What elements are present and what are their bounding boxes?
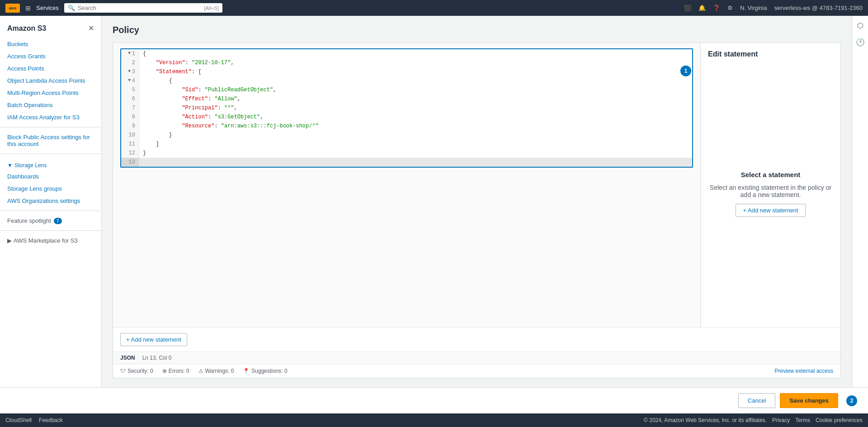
warnings-check: ⚠ Warnings: 0 bbox=[198, 368, 234, 374]
help-icon[interactable]: ❓ bbox=[713, 5, 720, 11]
errors-check: ⊗ Errors: 0 bbox=[162, 368, 189, 374]
code-line-3: ▼3 "Statement": [ bbox=[121, 67, 692, 76]
bottom-bar-right: © 2024, Amazon Web Services, Inc. or its… bbox=[644, 417, 863, 423]
code-line-8: 8 "Action": "s3:GetObject", bbox=[121, 113, 692, 122]
code-line-13: 13 bbox=[121, 158, 692, 167]
sidebar-divider-3 bbox=[0, 211, 101, 211]
policy-body: ▼1 { 2 "Version": "2012-10-17", ▼3 bbox=[113, 43, 840, 327]
terminal-icon[interactable]: ⬛ bbox=[684, 5, 691, 11]
side-panel-icon-1[interactable]: ⬡ bbox=[855, 19, 865, 32]
right-side-icons: ⬡ 🕐 bbox=[852, 16, 868, 387]
sidebar-item-object-lambda[interactable]: Object Lambda Access Points bbox=[0, 75, 101, 87]
sidebar-item-aws-org-settings[interactable]: AWS Organizations settings bbox=[0, 195, 101, 207]
privacy-link[interactable]: Privacy bbox=[772, 417, 790, 423]
select-statement-heading: Select a statement bbox=[741, 171, 801, 178]
edit-statement-title: Edit statement bbox=[708, 50, 833, 58]
suggestions-check: 📍 Suggestions: 0 bbox=[243, 368, 287, 374]
sidebar-item-multi-region[interactable]: Multi-Region Access Points bbox=[0, 87, 101, 99]
code-line-12: 12 } bbox=[121, 149, 692, 158]
save-changes-button[interactable]: Save changes bbox=[780, 393, 838, 408]
code-line-10: 10 } bbox=[121, 131, 692, 140]
cursor-position: Ln 13, Col 0 bbox=[142, 355, 172, 361]
sidebar-item-buckets[interactable]: Buckets bbox=[0, 38, 101, 50]
code-line-4: ▼4 { bbox=[121, 76, 692, 85]
services-link[interactable]: Services bbox=[36, 5, 59, 11]
search-shortcut: [Alt+S] bbox=[204, 5, 219, 11]
security-icon: 🛡 bbox=[120, 368, 126, 374]
step-2-marker: 2 bbox=[846, 395, 857, 406]
sidebar-item-block-public-access[interactable]: Block Public Access settings for this ac… bbox=[0, 131, 101, 150]
cookie-preferences-link[interactable]: Cookie preferences bbox=[816, 417, 863, 423]
search-input[interactable] bbox=[78, 5, 201, 11]
chevron-down-icon: ▼ bbox=[7, 162, 13, 169]
sidebar-item-dashboards[interactable]: Dashboards bbox=[0, 170, 101, 183]
add-new-statement-right-button[interactable]: + Add new statement bbox=[736, 204, 806, 217]
select-statement-description: Select an existing statement in the poli… bbox=[708, 184, 833, 198]
bottom-bar-left: CloudShell Feedback bbox=[5, 417, 63, 423]
code-line-2: 2 "Version": "2012-10-17", bbox=[121, 58, 692, 67]
bottom-bar: CloudShell Feedback © 2024, Amazon Web S… bbox=[0, 413, 868, 427]
sidebar-divider-2 bbox=[0, 154, 101, 154]
page-title: Policy bbox=[113, 25, 841, 35]
sidebar-header: Amazon S3 ✕ bbox=[0, 20, 101, 38]
aws-logo[interactable]: aws bbox=[5, 4, 20, 13]
sidebar-item-access-grants[interactable]: Access Grants bbox=[0, 50, 101, 62]
top-navigation: aws ⊞ Services 🔍 [Alt+S] ⬛ 🔔 ❓ ⚙ N. Virg… bbox=[0, 0, 868, 16]
code-line-1: ▼1 { bbox=[121, 49, 692, 58]
footer-actions: Cancel Save changes 2 bbox=[0, 387, 868, 413]
code-lines: ▼1 { 2 "Version": "2012-10-17", ▼3 bbox=[121, 49, 692, 167]
nav-right-icons: ⬛ 🔔 ❓ ⚙ N. Virginia serverless-ws @ 4783… bbox=[684, 5, 863, 11]
sidebar-title: Amazon S3 bbox=[7, 24, 46, 33]
sidebar: Amazon S3 ✕ Buckets Access Grants Access… bbox=[0, 16, 102, 387]
feature-spotlight[interactable]: Feature spotlight 7 bbox=[0, 215, 101, 227]
settings-icon[interactable]: ⚙ bbox=[727, 5, 733, 11]
account-info[interactable]: serverless-ws @ 4783-7191-2360 bbox=[774, 5, 863, 11]
language-indicator: JSON bbox=[120, 355, 135, 361]
feedback-link[interactable]: Feedback bbox=[39, 417, 63, 423]
sidebar-close-button[interactable]: ✕ bbox=[88, 24, 94, 33]
search-bar[interactable]: 🔍 [Alt+S] bbox=[64, 3, 222, 13]
sidebar-item-batch-operations[interactable]: Batch Operations bbox=[0, 99, 101, 111]
code-line-9: 9 "Resource": "arn:aws:s3:::fcj-book-sho… bbox=[121, 122, 692, 131]
code-line-6: 6 "Effect": "Allow", bbox=[121, 94, 692, 103]
bell-icon[interactable]: 🔔 bbox=[698, 5, 706, 11]
error-icon: ⊗ bbox=[162, 368, 167, 374]
terms-link[interactable]: Terms bbox=[795, 417, 810, 423]
select-statement-section: Select a statement Select an existing st… bbox=[708, 67, 833, 320]
sidebar-item-access-points[interactable]: Access Points bbox=[0, 62, 101, 75]
chevron-right-icon: ▶ bbox=[7, 237, 12, 244]
policy-panel: ▼1 { 2 "Version": "2012-10-17", ▼3 bbox=[113, 42, 841, 378]
copyright-text: © 2024, Amazon Web Services, Inc. or its… bbox=[644, 417, 767, 423]
content-area: Policy ▼1 { 2 bbox=[102, 16, 852, 387]
sidebar-item-aws-marketplace[interactable]: ▶ AWS Marketplace for S3 bbox=[0, 235, 101, 247]
add-statement-bottom-section: + Add new statement bbox=[113, 327, 840, 352]
preview-external-access-link[interactable]: Preview external access bbox=[775, 368, 833, 374]
sidebar-item-iam-analyzer[interactable]: IAM Access Analyzer for S3 bbox=[0, 111, 101, 123]
sidebar-divider-4 bbox=[0, 230, 101, 231]
side-panel-icon-2[interactable]: 🕐 bbox=[854, 36, 867, 48]
code-line-11: 11 ] bbox=[121, 140, 692, 149]
main-layout: Amazon S3 ✕ Buckets Access Grants Access… bbox=[0, 16, 868, 387]
grid-icon[interactable]: ⊞ bbox=[25, 5, 31, 12]
code-editor-wrapper[interactable]: ▼1 { 2 "Version": "2012-10-17", ▼3 bbox=[113, 43, 700, 327]
warning-icon: ⚠ bbox=[198, 368, 203, 374]
storage-lens-section[interactable]: ▼ Storage Lens bbox=[0, 158, 101, 170]
suggestion-icon: 📍 bbox=[243, 368, 250, 374]
cancel-button[interactable]: Cancel bbox=[738, 393, 775, 408]
sidebar-divider-1 bbox=[0, 127, 101, 127]
security-check: 🛡 Security: 0 bbox=[120, 368, 153, 374]
feature-spotlight-badge: 7 bbox=[54, 218, 62, 224]
code-editor[interactable]: ▼1 { 2 "Version": "2012-10-17", ▼3 bbox=[120, 48, 693, 168]
region-selector[interactable]: N. Virginia bbox=[740, 5, 767, 11]
cloudshell-link[interactable]: CloudShell bbox=[5, 417, 32, 423]
code-line-5: 5 "Sid": "PublicReadGetObject", bbox=[121, 85, 692, 94]
edit-statement-panel: Edit statement Select a statement Select… bbox=[700, 43, 840, 327]
search-icon: 🔍 bbox=[68, 5, 75, 11]
status-bar: JSON Ln 13, Col 0 bbox=[113, 352, 840, 364]
code-line-7: 7 "Principal": "*", bbox=[121, 103, 692, 113]
sidebar-item-storage-lens-groups[interactable]: Storage Lens groups bbox=[0, 183, 101, 195]
add-new-statement-bottom-button[interactable]: + Add new statement bbox=[120, 333, 187, 346]
status-checks: 🛡 Security: 0 ⊗ Errors: 0 ⚠ Warnings: 0 … bbox=[113, 364, 840, 378]
statement-1-marker: 1 bbox=[680, 66, 691, 76]
